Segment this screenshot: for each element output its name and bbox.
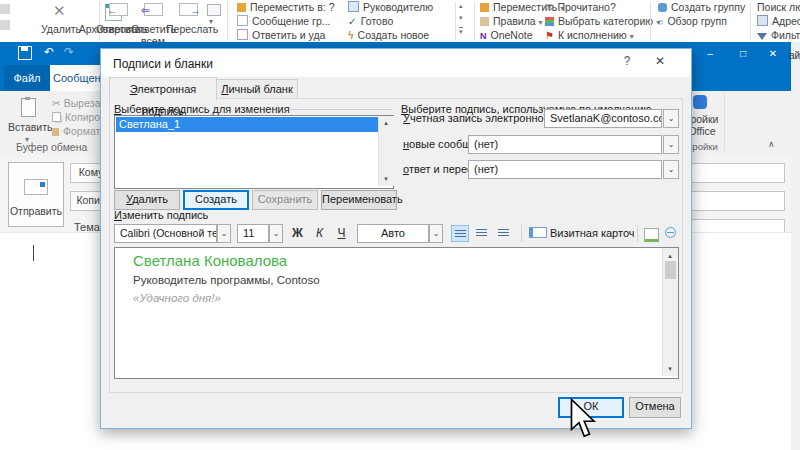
delete-signature-button[interactable]: Удалить [114,190,180,210]
signature-role: Руководитель программы, Contoso [133,274,320,286]
font-size-combo[interactable]: 11 [237,224,269,243]
font-dropdown-icon[interactable]: ⌄ [217,224,231,243]
quickstep-team-email[interactable]: Сообщение гр... [237,15,330,28]
lightning-icon: ϟ [348,29,354,41]
send-button[interactable]: Отправить [8,162,64,227]
align-center-button[interactable] [473,225,491,242]
save-signature-button[interactable]: Сохранить [252,190,318,210]
gallery-up-icon[interactable]: ▴ [459,2,463,10]
minimize-icon[interactable]: – [700,46,720,62]
font-color-combo[interactable]: Авто [357,224,429,243]
forward-button[interactable]: → Переслать [166,0,210,42]
signature-listbox[interactable]: Светлана_1 ▴ ▾ [114,115,394,189]
filter-email-button[interactable]: Фильтр [757,29,800,42]
insert-link-icon[interactable] [665,227,676,238]
clipped-icon[interactable] [0,4,10,14]
quicksteps-gallery-scroll[interactable]: ▴ ▾ ▾ [455,2,470,40]
rules-button[interactable]: Правила ▾ [480,15,543,28]
gallery-more-icon[interactable]: ▾ [459,27,463,36]
scroll-up-icon[interactable]: ▴ [379,118,393,128]
main-ribbon: ✕ Удалить Архивировать ← Ответить ⇐ Отве… [0,0,800,42]
align-left-icon [455,230,466,239]
onenote-button[interactable]: NOneNote [480,29,533,42]
save-icon[interactable] [18,46,32,60]
reply-icon: ← [109,3,128,16]
replies-forwards-dropdown-icon[interactable]: ⌄ [663,160,679,179]
listbox-scrollbar[interactable]: ▴ ▾ [378,116,394,186]
cancel-button[interactable]: Отмена [629,397,681,418]
tab-file[interactable]: Файл [4,65,50,91]
funnel-icon [757,33,767,40]
business-card-button[interactable]: Визитная карточка [529,227,634,239]
browse-groups-button[interactable]: ○Обзор групп [658,15,727,28]
underline-button[interactable]: Ч [333,225,350,242]
unread-button[interactable]: ✉Прочитано? [545,1,616,14]
address-book-icon [757,15,768,26]
check-icon: ✓ [348,15,357,27]
maximize-icon[interactable]: □ [733,46,753,62]
rename-signature-button[interactable]: Переименовать [321,190,397,210]
send-envelope-icon [24,179,48,195]
redo-icon[interactable]: ↷ [64,45,74,59]
new-group-button[interactable]: Создать группу [658,1,745,14]
font-combo[interactable]: Calibri (Основной текс [114,224,217,243]
new-messages-dropdown-icon[interactable]: ⌄ [663,135,679,154]
dialog-titlebar: Подписи и бланки ? ✕ [101,49,691,77]
quickstep-done[interactable]: ✓Готово [348,15,393,28]
main-window-edge: айт [791,42,800,450]
signatures-dialog: Подписи и бланки ? ✕ Электронная подпись… [100,48,692,429]
categorize-button[interactable]: Выбрать категорию ▾ [545,15,660,28]
new-signature-button[interactable]: Создать [183,190,249,210]
quickstep-reply-delete[interactable]: Ответить и уда [237,29,325,42]
delete-x-icon: ✕ [53,2,66,20]
copy-icon [52,112,61,122]
tab-personal-stationery[interactable]: Личный бланк [216,79,298,99]
bold-button[interactable]: Ж [289,225,306,242]
tab-email-signature[interactable]: Электронная подпись [109,77,217,100]
search-people-button[interactable]: Поиск люд [757,1,800,14]
rules-icon [480,17,489,26]
new-messages-combo[interactable]: (нет) [468,135,662,154]
undo-icon[interactable]: ↶ [44,45,54,59]
gallery-down-icon[interactable]: ▾ [459,14,463,22]
close-icon[interactable]: ✕ [763,46,783,62]
folder-icon [237,3,246,12]
font-size-dropdown-icon[interactable]: ⌄ [269,224,283,243]
reply-delete-icon [237,29,248,40]
reply-all-icon: ⇐ [144,3,163,16]
signature-name: Светлана Коновалова [133,252,287,269]
clipped-icon[interactable] [0,20,10,30]
scrollbar-thumb[interactable] [665,261,676,279]
align-left-button[interactable] [451,225,469,242]
meeting-icon[interactable] [207,4,221,16]
email-account-combo[interactable]: SvetlanaK@contoso.com [544,109,662,128]
scissors-icon: ✂ [52,97,61,109]
font-color-dropdown-icon[interactable]: ⌄ [429,224,443,243]
dialog-close-icon[interactable]: ✕ [649,54,671,72]
follow-up-button[interactable]: ⚑К исполнению ▾ [545,29,634,42]
collapse-ribbon-chevron-icon[interactable]: ∧ [768,139,775,149]
signature-edit-area[interactable]: Светлана Коновалова Руководитель програм… [114,247,679,379]
edit-area-scrollbar[interactable]: ▴ ▾ [662,248,678,376]
business-card-icon [529,227,547,238]
quickstep-create-new[interactable]: ϟСоздать новое [348,29,429,42]
chevron-down-icon[interactable]: ▾ [209,17,213,26]
help-icon[interactable]: ? [616,54,638,72]
scroll-up-icon[interactable]: ▴ [663,251,677,261]
edge-text-fragment: айт [789,50,800,61]
mouse-cursor [570,398,597,440]
scroll-down-icon[interactable]: ▾ [663,364,677,374]
scroll-down-icon[interactable]: ▾ [379,174,393,184]
email-account-dropdown-icon[interactable]: ⌄ [663,109,679,128]
edit-signature-label: Изменить подпись [114,209,208,221]
quickstep-to-manager[interactable]: Руководителю [348,1,433,14]
align-right-button[interactable] [495,225,513,242]
replies-forwards-combo[interactable]: (нет) [468,160,662,179]
manager-icon [348,1,359,12]
insert-picture-icon[interactable] [644,228,659,242]
paste-clipboard-icon [21,98,36,117]
italic-button[interactable]: К [311,225,328,242]
quickstep-move-to[interactable]: Переместить в: ? [237,1,335,14]
address-book-button[interactable]: Адресна [757,15,800,28]
dialog-title: Подписи и бланки [113,57,213,71]
